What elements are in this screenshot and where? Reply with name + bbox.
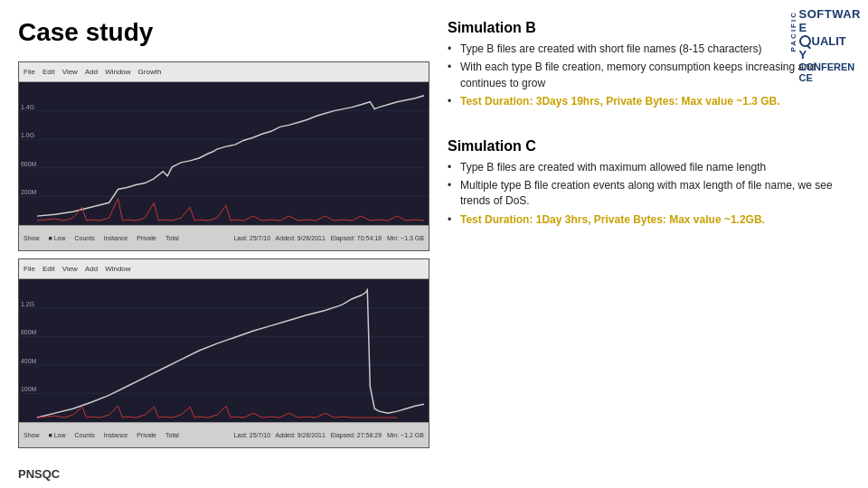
toolbar-item[interactable]: Edit [42, 265, 55, 273]
svg-text:800M: 800M [21, 329, 37, 335]
svg-text:200M: 200M [21, 189, 37, 195]
toolbar-item[interactable]: View [62, 265, 78, 273]
chart-c-legend: Show ■ Low Counts Instance Private Total… [19, 422, 429, 447]
bullet-item: Test Duration: 3Days 19hrs, Private Byte… [448, 94, 854, 109]
bullet-text: With each type B file creation, memory c… [460, 61, 816, 89]
toolbar-item[interactable]: Add [85, 265, 98, 273]
left-panel: Case study File Edit View Add Window Gro… [0, 0, 443, 488]
logo-content: SOFTWAR E UALIT Y CONFEREN CE [799, 7, 862, 83]
bullet-text: Multiple type B file creation events alo… [460, 179, 833, 207]
bullet-item: Test Duration: 1Day 3hrs, Private Bytes:… [448, 212, 854, 228]
logo-line1: SOFTWAR [799, 7, 862, 21]
logo-line4: CONFEREN [799, 61, 855, 72]
bullet-text: Type B files are created with maximum al… [460, 161, 766, 174]
simulation-c-bullets: Type B files are created with maximum al… [448, 160, 854, 229]
chart-b-legend: Show ■ Low Counts Instance Private Total… [19, 225, 429, 250]
toolbar-item[interactable]: Edit [42, 68, 55, 76]
toolbar-item[interactable]: Growth [138, 68, 162, 76]
keyword-increasing: increasing [745, 61, 795, 73]
svg-rect-0 [19, 82, 429, 225]
logo-line5: CE [799, 72, 813, 83]
svg-text:1.4G: 1.4G [21, 104, 34, 110]
chart-c-plot: 1.2G 800M 400M 100M [19, 279, 429, 422]
chart-b-toolbar[interactable]: File Edit View Add Window Growth [19, 62, 429, 82]
logo-q-line: UALIT [799, 34, 846, 48]
bullet-highlight: Test Duration: 1Day 3hrs, Private Bytes:… [460, 213, 765, 226]
bullet-item: Type B files are created with maximum al… [448, 160, 854, 175]
logo-line3: Y [799, 48, 807, 61]
simulation-c-section: Simulation C Type B files are created wi… [448, 138, 854, 231]
simulation-c-title: Simulation C [448, 138, 854, 155]
pnsqc-label: PNSQC [18, 467, 60, 481]
toolbar-item[interactable]: File [24, 68, 35, 76]
bullet-text: Type B files are created with short file… [460, 42, 761, 55]
chart-c-container: File Edit View Add Window 1.2G 800M [18, 258, 429, 448]
toolbar-item[interactable]: View [62, 68, 78, 76]
pacific-label: PACIFIC [789, 11, 797, 52]
svg-text:400M: 400M [21, 358, 37, 364]
logo-q-circle [799, 35, 811, 47]
svg-text:600M: 600M [21, 161, 37, 167]
svg-text:100M: 100M [21, 386, 37, 392]
svg-text:1.2G: 1.2G [21, 301, 34, 307]
toolbar-item[interactable]: File [24, 265, 35, 273]
toolbar-item[interactable]: Window [105, 68, 130, 76]
svg-text:1.0G: 1.0G [21, 132, 34, 138]
bullet-highlight: Test Duration: 3Days 19hrs, Private Byte… [460, 95, 780, 108]
toolbar-item[interactable]: Add [85, 68, 98, 76]
chart-c-toolbar[interactable]: File Edit View Add Window [19, 259, 429, 279]
page-container: Case study File Edit View Add Window Gro… [0, 0, 868, 488]
toolbar-item[interactable]: Window [105, 265, 130, 273]
logo-line2: E [799, 21, 807, 34]
chart-b-container: File Edit View Add Window Growth [18, 61, 429, 251]
logo-wrapper: PACIFIC SOFTWAR E UALIT Y CONFEREN CE [789, 7, 862, 83]
bullet-item: Multiple type B file creation events alo… [448, 178, 854, 210]
page-title: Case study [18, 18, 429, 47]
chart-b-plot: 1.4G 1.0G 600M 200M [19, 82, 429, 225]
